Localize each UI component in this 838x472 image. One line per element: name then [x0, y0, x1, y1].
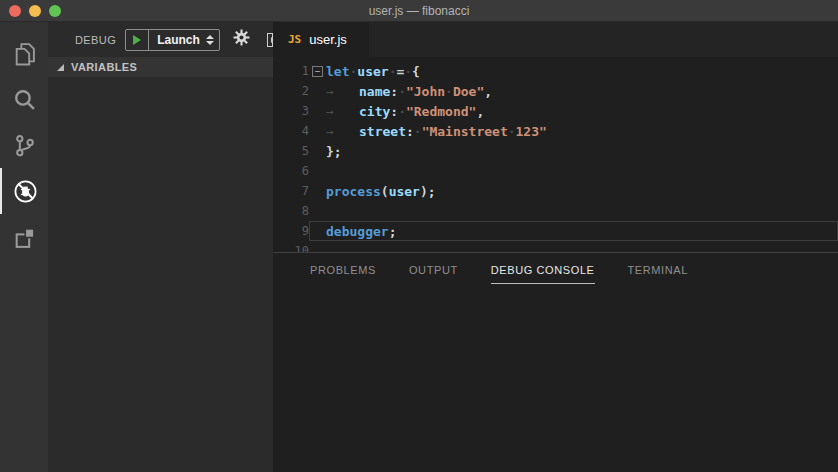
launch-configuration-select[interactable]: Launch [149, 30, 219, 50]
debug-console-content[interactable] [273, 287, 838, 472]
code-line-7[interactable]: 7process(user); [273, 181, 838, 201]
variables-section-body [48, 77, 273, 452]
line-number[interactable]: 1 [273, 64, 309, 78]
tab-label: user.js [309, 32, 347, 47]
traffic-lights [9, 5, 61, 17]
code-line-10[interactable]: 10 [273, 241, 838, 252]
line-number[interactable]: 5 [273, 144, 309, 158]
code-line-text: debugger; [326, 224, 396, 239]
editor-tabstrip: JS user.js [273, 22, 838, 57]
gear-icon [233, 29, 250, 50]
search-icon [12, 87, 37, 112]
code-line-9[interactable]: 9debugger; [273, 221, 838, 241]
code-editor[interactable]: 1−let·user·=·{2→name:·"John·Doe",3→city:… [273, 57, 838, 252]
close-button[interactable] [9, 5, 21, 17]
line-number[interactable]: 8 [273, 204, 309, 218]
sidebar-item-explorer[interactable] [0, 30, 48, 76]
panel-tab-output[interactable]: OUTPUT [409, 255, 458, 284]
fold-marker-icon[interactable]: − [312, 66, 323, 77]
line-number[interactable]: 4 [273, 124, 309, 138]
code-line-2[interactable]: 2→name:·"John·Doe", [273, 81, 838, 101]
code-line-text: →street:·"Mainstreet·123" [326, 124, 547, 139]
start-debug-button[interactable] [126, 30, 149, 50]
panel-tabs: PROBLEMSOUTPUTDEBUG CONSOLETERMINAL [273, 253, 838, 286]
panel-tab-debug-console[interactable]: DEBUG CONSOLE [491, 255, 595, 284]
debug-sidebar: DEBUG Launch [48, 22, 273, 472]
chevron-expanded-icon [57, 64, 64, 71]
variables-section-header[interactable]: VARIABLES [48, 57, 273, 77]
line-number[interactable]: 2 [273, 84, 309, 98]
bottom-panel: PROBLEMSOUTPUTDEBUG CONSOLETERMINAL [273, 252, 838, 472]
debug-toolbar: DEBUG Launch [48, 22, 273, 57]
line-number[interactable]: 6 [273, 164, 309, 178]
code-line-text: let·user·=·{ [326, 64, 420, 79]
debug-view-title: DEBUG [75, 34, 116, 46]
launch-configuration-label: Launch [149, 33, 205, 47]
code-line-text: }; [326, 144, 342, 159]
variables-section-label: VARIABLES [71, 61, 137, 73]
sidebar-item-debug[interactable] [0, 168, 48, 214]
debug-icon [13, 179, 38, 204]
code-line-6[interactable]: 6 [273, 161, 838, 181]
tab-user-js[interactable]: JS user.js [273, 22, 369, 57]
extensions-icon [12, 225, 37, 250]
code-line-3[interactable]: 3→city:·"Redmond", [273, 101, 838, 121]
line-number[interactable]: 10 [273, 244, 309, 252]
code-lines: 1−let·user·=·{2→name:·"John·Doe",3→city:… [273, 61, 838, 252]
play-icon [133, 35, 141, 45]
line-number[interactable]: 9 [273, 224, 309, 238]
code-line-text: →city:·"Redmond", [326, 104, 484, 119]
panel-tab-terminal[interactable]: TERMINAL [628, 255, 688, 284]
sidebar-item-source-control[interactable] [0, 122, 48, 168]
editor-group: JS user.js 1−let·user·=·{2→name:·"John·D… [273, 22, 838, 472]
activity-bar [0, 22, 48, 472]
code-line-4[interactable]: 4→street:·"Mainstreet·123" [273, 121, 838, 141]
window-title: user.js — fibonacci [369, 4, 470, 18]
tab-whitespace-arrow: → [326, 84, 359, 99]
line-number[interactable]: 3 [273, 104, 309, 118]
code-line-5[interactable]: 5}; [273, 141, 838, 161]
code-line-8[interactable]: 8 [273, 201, 838, 221]
zoom-button[interactable] [49, 5, 61, 17]
git-branch-icon [12, 133, 37, 158]
select-arrows-icon [206, 35, 214, 45]
tab-whitespace-arrow: → [326, 124, 359, 139]
javascript-file-icon: JS [288, 33, 301, 46]
minimize-button[interactable] [29, 5, 41, 17]
panel-tab-problems[interactable]: PROBLEMS [310, 255, 376, 284]
sidebar-item-search[interactable] [0, 76, 48, 122]
code-line-1[interactable]: 1−let·user·=·{ [273, 61, 838, 81]
configure-button[interactable] [233, 29, 250, 50]
sidebar-item-extensions[interactable] [0, 214, 48, 260]
code-line-text: →name:·"John·Doe", [326, 84, 492, 99]
launch-configuration-control: Launch [125, 29, 220, 51]
titlebar: user.js — fibonacci [0, 0, 838, 22]
line-number[interactable]: 7 [273, 184, 309, 198]
tab-whitespace-arrow: → [326, 104, 359, 119]
code-line-text: process(user); [326, 184, 436, 199]
files-icon [12, 41, 37, 66]
